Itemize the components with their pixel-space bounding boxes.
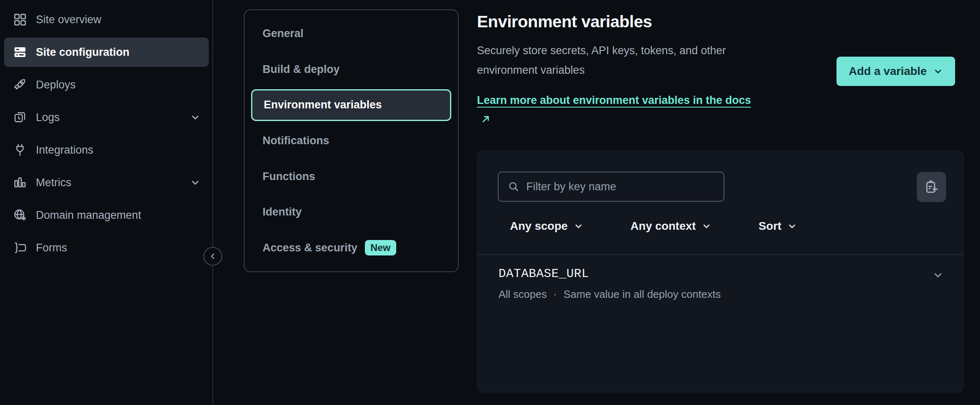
sidebar-item-integrations[interactable]: Integrations [4, 135, 209, 165]
sidebar-item-deploys[interactable]: Deploys [4, 70, 209, 99]
sidebar-item-label: Domain management [36, 209, 141, 222]
clipboard-import-icon [924, 180, 939, 194]
search-icon [508, 180, 520, 193]
subnav-item-label: Environment variables [264, 99, 382, 111]
chevron-down-icon [787, 221, 797, 231]
sidebar-item-label: Deploys [36, 79, 76, 91]
env-variable-context: Same value in all deploy contexts [563, 288, 721, 301]
environment-variables-card: Any scope Any context Sort DATABASE_URL … [477, 151, 964, 392]
grid-icon [12, 12, 28, 27]
filter-input-wrapper [498, 172, 724, 202]
chevron-down-icon [190, 112, 201, 123]
sidebar-item-site-configuration[interactable]: Site configuration [4, 37, 209, 67]
context-filter-label: Any context [631, 220, 696, 233]
chevron-down-icon [190, 177, 201, 188]
subnav-item-functions[interactable]: Functions [251, 158, 451, 194]
server-icon [12, 44, 28, 60]
subnav-item-label: Identity [263, 206, 302, 218]
subnav-item-identity[interactable]: Identity [251, 194, 451, 230]
env-variable-scopes: All scopes [499, 288, 547, 301]
sidebar-item-metrics[interactable]: Metrics [4, 168, 209, 197]
sidebar-item-label: Site configuration [36, 46, 130, 59]
subnav-item-environment-variables[interactable]: Environment variables [251, 89, 451, 121]
sidebar-item-domain-management[interactable]: Domain management [4, 200, 209, 230]
scope-filter-dropdown[interactable]: Any scope [510, 220, 583, 233]
context-filter-dropdown[interactable]: Any context [631, 220, 711, 233]
sidebar: Site overview Site configuration Deploys [0, 0, 213, 405]
card-divider [477, 254, 963, 255]
sidebar-item-forms[interactable]: Forms [4, 233, 209, 262]
sidebar-item-label: Forms [36, 242, 67, 254]
plug-icon [12, 142, 28, 158]
docs-link[interactable]: Learn more about environment variables i… [477, 90, 758, 130]
chevron-down-icon [702, 221, 711, 231]
meta-separator: · [554, 288, 557, 301]
subnav-item-build-deploy[interactable]: Build & deploy [251, 52, 451, 88]
subnav-item-label: Functions [263, 170, 315, 183]
logs-icon [12, 110, 28, 125]
filters-row: Any scope Any context Sort [510, 220, 797, 233]
env-variable-row[interactable]: DATABASE_URL All scopes · Same value in … [499, 267, 947, 301]
subnav-item-general[interactable]: General [251, 16, 451, 52]
globe-icon [12, 207, 28, 223]
env-variable-meta: All scopes · Same value in all deploy co… [499, 288, 947, 301]
page-title: Environment variables [477, 12, 652, 31]
subnav-item-label: General [263, 27, 304, 40]
add-variable-button[interactable]: Add a variable [837, 57, 955, 86]
filter-key-input[interactable] [526, 180, 715, 193]
chevron-down-icon [933, 66, 943, 76]
import-variables-button[interactable] [917, 172, 946, 202]
env-variable-key: DATABASE_URL [499, 267, 947, 281]
chevron-down-icon [574, 221, 583, 231]
bar-chart-icon [12, 175, 28, 190]
settings-subnav: General Build & deploy Environment varia… [244, 9, 459, 272]
chevron-down-icon [932, 269, 944, 281]
sidebar-item-label: Metrics [36, 176, 71, 189]
sidebar-collapse-button[interactable] [203, 247, 222, 266]
scope-filter-label: Any scope [510, 220, 568, 233]
form-input-icon [12, 240, 28, 255]
rocket-icon [12, 77, 28, 92]
sort-dropdown[interactable]: Sort [759, 220, 797, 233]
sidebar-item-label: Logs [36, 111, 60, 124]
subnav-item-notifications[interactable]: Notifications [251, 123, 451, 159]
sidebar-divider [212, 0, 213, 405]
subnav-item-label: Access & security [263, 242, 358, 254]
page-description: Securely store secrets, API keys, tokens… [477, 41, 779, 80]
sidebar-item-label: Site overview [36, 13, 102, 26]
new-badge: New [365, 240, 396, 255]
sidebar-item-logs[interactable]: Logs [4, 103, 209, 132]
docs-link-text: Learn more about environment variables i… [477, 94, 751, 106]
external-link-arrow-icon [480, 114, 491, 125]
subnav-item-label: Notifications [263, 134, 329, 147]
chevron-left-icon [208, 252, 217, 261]
subnav-item-label: Build & deploy [263, 63, 340, 76]
sidebar-item-label: Integrations [36, 144, 93, 156]
sidebar-item-site-overview[interactable]: Site overview [4, 5, 209, 34]
subnav-item-access-security[interactable]: Access & security New [251, 230, 451, 266]
add-variable-label: Add a variable [849, 65, 927, 78]
sort-label: Sort [759, 220, 781, 233]
